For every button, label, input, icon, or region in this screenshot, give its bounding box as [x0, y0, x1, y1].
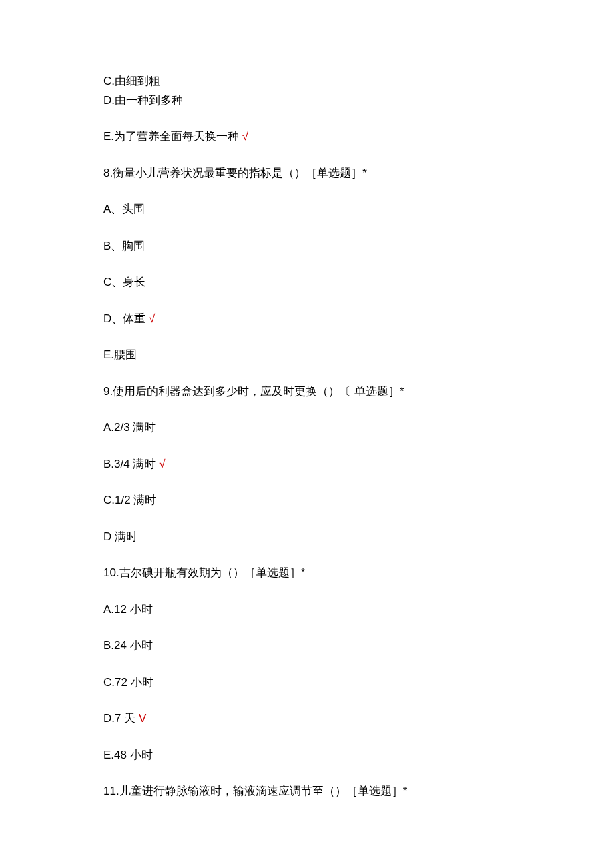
q9-option-b-text: B.3/4 满时 — [103, 458, 159, 470]
q11-stem: 11.儿童进行静脉输液时，输液滴速应调节至（）［单选题］* — [103, 783, 511, 800]
q8-stem: 8.衡量小儿营养状况最重要的指标是（）［单选题］* — [103, 165, 511, 182]
check-icon: V — [139, 712, 146, 725]
q8-option-d: D、体重 √ — [103, 310, 511, 328]
q9-option-c: C.1/2 满时 — [103, 492, 511, 509]
check-icon: √ — [149, 312, 155, 325]
check-icon: √ — [159, 458, 165, 470]
q8-option-b: B、胸围 — [103, 238, 511, 255]
q10-option-a: A.12 小时 — [103, 601, 511, 618]
q7-option-e: E.为了营养全面每天换一种 √ — [103, 128, 511, 145]
q10-option-e: E.48 小时 — [103, 747, 511, 764]
q8-option-d-text: D、体重 — [103, 312, 149, 325]
q10-option-b: B.24 小时 — [103, 637, 511, 655]
check-icon: √ — [242, 130, 248, 143]
q8-option-a: A、头围 — [103, 201, 511, 218]
q9-option-b: B.3/4 满时 √ — [103, 456, 511, 473]
q10-stem: 10.吉尔碘开瓶有效期为（）［单选题］* — [103, 564, 511, 582]
q8-option-c: C、身长 — [103, 274, 511, 291]
q9-option-d: D 满时 — [103, 528, 511, 546]
q10-option-c: C.72 小时 — [103, 674, 511, 691]
q10-option-d-text: D.7 天 — [103, 712, 139, 725]
q8-option-e: E.腰围 — [103, 346, 511, 364]
q10-option-d: D.7 天 V — [103, 710, 511, 727]
q7-option-d: D.由一种到多种 — [103, 92, 511, 109]
q9-stem: 9.使用后的利器盒达到多少时，应及时更换（）〔 单选题］* — [103, 383, 511, 400]
q7-option-c: C.由细到粗 — [103, 73, 511, 89]
q9-option-a: A.2/3 满时 — [103, 419, 511, 436]
q7-option-e-text: E.为了营养全面每天换一种 — [103, 130, 242, 143]
